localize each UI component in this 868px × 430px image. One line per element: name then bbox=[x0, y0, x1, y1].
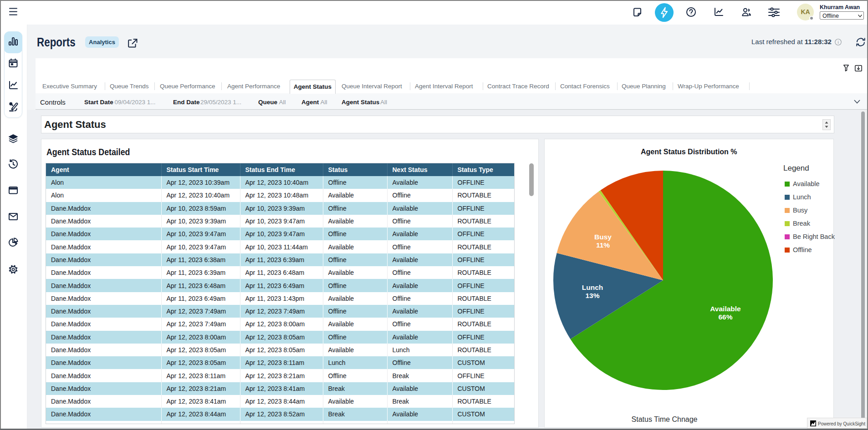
svg-text:66%: 66% bbox=[718, 313, 732, 321]
svg-text:Status Time Chnage: Status Time Chnage bbox=[632, 415, 698, 423]
svg-text:Busy: Busy bbox=[594, 233, 612, 241]
svg-text:i: i bbox=[837, 40, 838, 45]
svg-text:13%: 13% bbox=[585, 292, 599, 299]
svg-text:Available: Available bbox=[710, 305, 741, 313]
svg-text:11%: 11% bbox=[596, 241, 610, 249]
svg-text:Lunch: Lunch bbox=[582, 283, 603, 291]
